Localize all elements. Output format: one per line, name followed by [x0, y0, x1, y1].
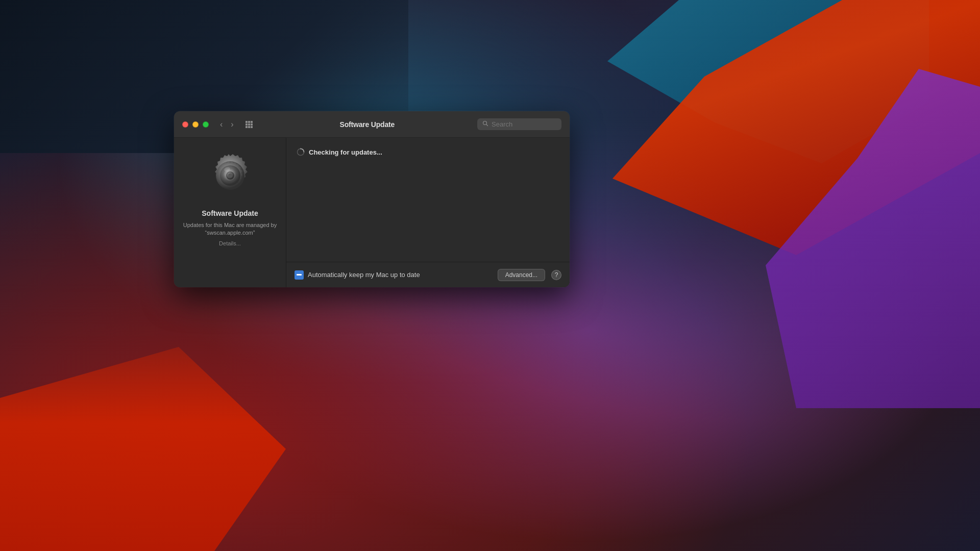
sidebar-description: Updates for this Mac are managed by “sws…	[182, 221, 278, 237]
traffic-lights	[182, 121, 209, 128]
titlebar: ‹ › Software Update	[174, 111, 570, 138]
system-preferences-window: ‹ › Software Update	[174, 111, 570, 287]
search-box[interactable]	[477, 118, 561, 130]
svg-rect-7	[248, 126, 250, 128]
svg-rect-8	[251, 126, 253, 128]
svg-line-10	[486, 124, 488, 126]
svg-rect-3	[246, 123, 248, 126]
checking-row: Checking for updates...	[297, 148, 382, 156]
main-content: Checking for updates... Automatically ke…	[286, 138, 570, 287]
search-input[interactable]	[492, 120, 553, 128]
loading-spinner	[297, 148, 305, 156]
details-link[interactable]: Details...	[219, 240, 241, 246]
auto-update-row: Automatically keep my Mac up to date	[295, 270, 492, 280]
sidebar: Software Update Updates for this Mac are…	[174, 138, 286, 287]
checking-updates-text: Checking for updates...	[309, 148, 382, 156]
svg-point-15	[228, 173, 232, 178]
software-update-icon	[205, 150, 256, 201]
window-body: Software Update Updates for this Mac are…	[174, 138, 570, 287]
svg-rect-5	[251, 123, 253, 126]
auto-update-checkbox[interactable]	[295, 270, 304, 280]
close-button[interactable]	[182, 121, 188, 128]
auto-update-label: Automatically keep my Mac up to date	[308, 271, 420, 279]
maximize-button[interactable]	[203, 121, 209, 128]
svg-rect-4	[248, 123, 250, 126]
forward-button[interactable]: ›	[228, 119, 236, 130]
search-icon	[482, 120, 488, 128]
content-area: Checking for updates...	[286, 138, 570, 262]
svg-rect-0	[246, 121, 248, 123]
svg-rect-1	[248, 121, 250, 123]
window-title: Software Update	[257, 120, 477, 129]
back-button[interactable]: ‹	[217, 119, 226, 130]
grid-icon	[245, 120, 253, 129]
svg-rect-2	[251, 121, 253, 123]
advanced-button[interactable]: Advanced...	[498, 269, 545, 281]
help-button[interactable]: ?	[551, 270, 561, 280]
svg-rect-6	[246, 126, 248, 128]
sidebar-pane-title: Software Update	[202, 209, 258, 217]
navigation-buttons: ‹ ›	[217, 119, 237, 130]
grid-view-button[interactable]	[241, 119, 257, 130]
svg-point-18	[300, 148, 301, 149]
minimize-button[interactable]	[192, 121, 199, 128]
bottom-bar: Automatically keep my Mac up to date Adv…	[286, 262, 570, 287]
checkbox-dash	[297, 274, 302, 276]
